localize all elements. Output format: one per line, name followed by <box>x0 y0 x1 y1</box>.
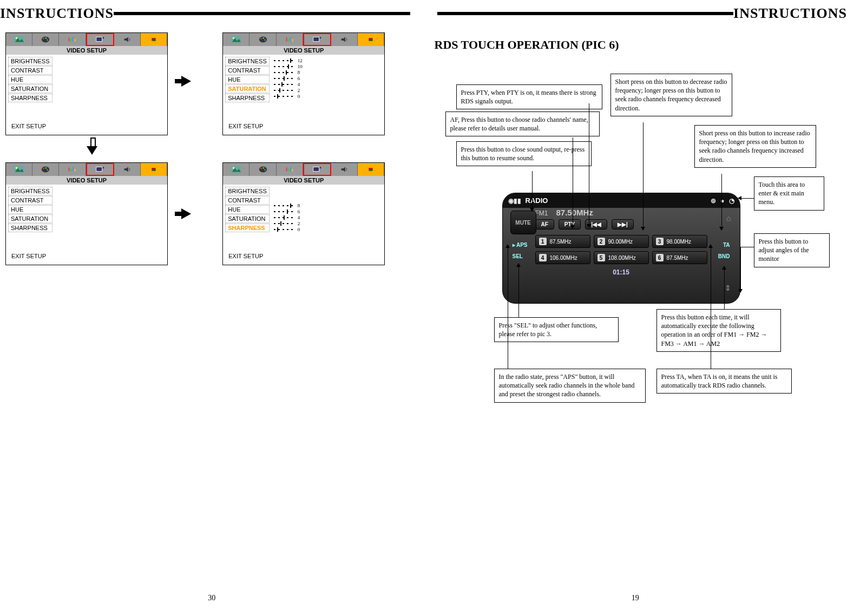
svg-rect-57 <box>290 167 291 172</box>
tab-speaker-icon[interactable] <box>114 163 141 176</box>
home-icon[interactable]: ⌂ <box>726 214 731 222</box>
setup-item-saturation[interactable]: SATURATION <box>225 214 270 223</box>
setup-tabs <box>223 33 384 46</box>
exit-setup[interactable]: EXIT SETUP <box>223 120 384 135</box>
setup-item-saturation[interactable]: SATURATION <box>8 84 52 93</box>
tab-volume-icon[interactable] <box>358 163 384 176</box>
mute-button[interactable]: MUTE <box>510 211 536 234</box>
setup-item-brightness[interactable]: BRIGHTNESS <box>225 187 270 195</box>
right-header-title: INSTRUCTIONS <box>733 5 847 22</box>
preset-4[interactable]: 4106.00MHz <box>535 251 590 264</box>
bar-val: 8 <box>298 70 300 75</box>
tab-volume-icon[interactable] <box>141 163 167 176</box>
next-track-button[interactable]: ▶▶| <box>612 219 634 230</box>
setup-item-brightness[interactable]: BRIGHTNESS <box>225 57 270 65</box>
bar-val: 6 <box>298 209 300 214</box>
ta-button[interactable]: TA <box>718 242 730 248</box>
tab-display-icon[interactable] <box>303 33 331 46</box>
tab-picture-icon[interactable] <box>223 33 249 46</box>
setup-item-contrast[interactable]: CONTRAST <box>8 196 52 205</box>
tab-picture-icon[interactable] <box>223 163 249 176</box>
side-left-buttons: ▸ APS SEL <box>513 242 528 259</box>
left-page: INSTRUCTIONS VIDEO SETUP BRIGHTNESS <box>0 0 424 616</box>
aps-button[interactable]: APS <box>516 242 528 248</box>
tab-palette-icon[interactable] <box>32 33 59 46</box>
tab-picture-icon[interactable] <box>6 33 32 46</box>
svg-point-6 <box>47 40 49 41</box>
svg-point-37 <box>45 167 47 169</box>
tab-palette-icon[interactable] <box>249 163 276 176</box>
svg-rect-10 <box>75 39 76 42</box>
setup-item-sharpness[interactable]: SHARPNESS <box>225 224 270 232</box>
setup-item-contrast[interactable]: CONTRAST <box>8 66 52 75</box>
tab-volume-icon[interactable] <box>358 33 384 46</box>
exit-setup[interactable]: EXIT SETUP <box>223 250 384 265</box>
setup-body: BRIGHTNESS CONTRAST HUE SATURATION SHARP… <box>223 55 384 120</box>
angle-icon[interactable]: ⇕ <box>725 284 731 292</box>
bnd-button[interactable]: BND <box>718 253 730 259</box>
radio-top-bar: ◉▮▮ RADIO ⊚ ● ◔ <box>503 193 740 208</box>
tab-picture-icon[interactable] <box>6 163 32 176</box>
setup-item-hue[interactable]: HUE <box>225 75 270 84</box>
left-header: INSTRUCTIONS <box>0 0 424 27</box>
callout-sel: Press "SEL" to adjust other functions, p… <box>494 317 619 342</box>
exit-setup[interactable]: EXIT SETUP <box>6 120 167 135</box>
setup-item-hue[interactable]: HUE <box>225 205 270 214</box>
callout-mute: Press this button to close sound output,… <box>456 141 592 166</box>
tab-palette-icon[interactable] <box>249 33 276 46</box>
tab-speaker-icon[interactable] <box>114 33 141 46</box>
preset-num: 6 <box>656 254 664 261</box>
setup-item-sharpness[interactable]: SHARPNESS <box>8 224 52 232</box>
leader-line <box>711 247 711 369</box>
exit-setup[interactable]: EXIT SETUP <box>6 250 167 265</box>
tab-equalizer-icon[interactable] <box>59 33 86 46</box>
tab-display-icon[interactable] <box>86 33 114 46</box>
svg-point-50 <box>233 167 235 169</box>
preset-1[interactable]: 187.5MHz <box>535 235 590 248</box>
tab-display-icon[interactable] <box>303 163 331 176</box>
preset-6[interactable]: 687.5MHz <box>652 251 707 264</box>
setup-item-brightness[interactable]: BRIGHTNESS <box>8 57 52 65</box>
preset-num: 4 <box>539 254 547 261</box>
empty-cell <box>222 141 418 157</box>
setup-item-saturation[interactable]: SATURATION <box>8 214 52 223</box>
setup-item-sharpness[interactable]: SHARPNESS <box>8 94 52 102</box>
sel-button[interactable]: SEL <box>513 253 528 259</box>
preset-freq: 98.00MHz <box>667 239 692 245</box>
setup-item-hue[interactable]: HUE <box>8 205 52 214</box>
af-button[interactable]: AF <box>535 219 554 230</box>
preset-5[interactable]: 5108.00MHz <box>594 251 649 264</box>
setup-item-brightness[interactable]: BRIGHTNESS <box>8 187 52 195</box>
svg-marker-45 <box>124 167 128 172</box>
tab-equalizer-icon[interactable] <box>277 163 303 176</box>
setup-bars: 8 6 4 2 0 <box>274 202 300 247</box>
svg-rect-12 <box>102 37 104 39</box>
preset-2[interactable]: 290.00MHz <box>594 235 649 248</box>
preset-num: 1 <box>539 238 547 245</box>
tab-speaker-icon[interactable] <box>331 163 358 176</box>
tab-speaker-icon[interactable] <box>331 33 358 46</box>
tab-palette-icon[interactable] <box>32 163 59 176</box>
rds-diagram: Press PTY, when PTY is on, it means ther… <box>424 68 848 447</box>
svg-point-21 <box>262 37 264 39</box>
setup-item-contrast[interactable]: CONTRAST <box>225 196 270 205</box>
svg-rect-24 <box>288 38 289 41</box>
arrowhead-icon <box>516 263 521 267</box>
arrowhead-icon <box>641 227 645 231</box>
band-readout: FM1 87.50MHz <box>535 208 740 217</box>
leader-line <box>494 369 508 369</box>
setup-item-contrast[interactable]: CONTRAST <box>225 66 270 75</box>
setup-cell-4: VIDEO SETUP BRIGHTNESS CONTRAST HUE SATU… <box>222 162 418 265</box>
tab-volume-icon[interactable] <box>141 33 167 46</box>
svg-point-54 <box>264 169 266 171</box>
tab-equalizer-icon[interactable] <box>59 163 86 176</box>
setup-item-sharpness[interactable]: SHARPNESS <box>225 94 270 102</box>
tab-equalizer-icon[interactable] <box>277 33 303 46</box>
setup-item-saturation[interactable]: SATURATION <box>225 84 270 93</box>
setup-item-hue[interactable]: HUE <box>8 75 52 84</box>
preset-3[interactable]: 398.00MHz <box>652 235 707 248</box>
setup-list: BRIGHTNESS CONTRAST HUE SATURATION SHARP… <box>8 57 52 117</box>
arrowhead-icon <box>722 266 726 270</box>
svg-rect-60 <box>319 167 321 169</box>
tab-display-icon[interactable] <box>86 163 114 176</box>
